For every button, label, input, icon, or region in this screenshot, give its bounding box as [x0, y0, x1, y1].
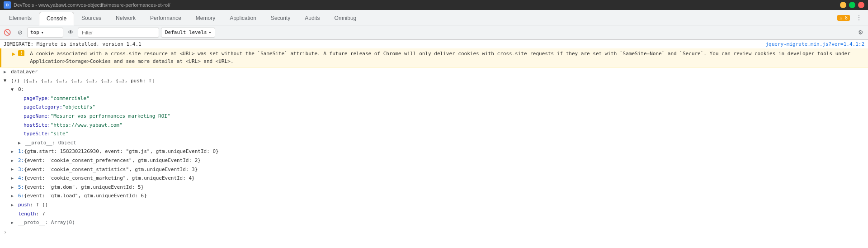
proto-array-arrow[interactable]: ▶ [11, 219, 16, 226]
pagecategory-value: "objectifs" [62, 103, 95, 111]
datalayer-array-label: (7) [{…}, {…}, {…}, {…}, {…}, {…}, {…}, … [11, 77, 155, 85]
datalayer-label-row: ▶ dataLayer [0, 67, 868, 76]
pagename-key: pageName: [24, 112, 51, 120]
log-levels-select[interactable]: Default levels ▾ [161, 28, 215, 38]
push-label: push [18, 201, 30, 209]
clear-console-button[interactable]: 🚫 [2, 27, 13, 38]
tab-memory[interactable]: Memory [189, 11, 222, 25]
samesite-warning-row: ▶ ! A cookie associated with a cross-sit… [0, 48, 868, 67]
item0-label: 0: [18, 86, 24, 94]
item1-idx: 1: [18, 148, 24, 156]
length-value: : 7 [36, 210, 45, 218]
item2-row: ▶ 2: {event: "cookie_consent_preferences… [0, 156, 868, 165]
warning-level-badge: ! [18, 50, 24, 56]
samesite-warning-text: A cookie associated with a cross-site re… [30, 50, 864, 65]
proto-object-arrow[interactable]: ▶ [18, 139, 24, 147]
typesite-value: "site" [51, 130, 69, 138]
tab-audits[interactable]: Audits [297, 11, 327, 25]
devtools-window: D DevTools - www.yabawt.com/vos-objectif… [0, 0, 868, 248]
hostsite-value: "https://www.yabawt.com" [51, 121, 123, 129]
filter-toggle-button[interactable]: ⊘ [14, 27, 25, 38]
proto-array-label: __proto__: Array(0) [18, 219, 75, 227]
devtools-icon: D [4, 1, 11, 9]
pagecategory-key: pageCategory: [24, 103, 62, 111]
datalayer-expand-arrow[interactable]: ▼ [4, 77, 9, 84]
item1-row: ▶ 1: {gtm.start: 1582302126930, event: "… [0, 147, 868, 156]
length-label: length [18, 210, 36, 218]
pagename-row: pageName: "Mesurer vos performances mark… [0, 112, 868, 121]
datalayer-array-row: ▼ (7) [{…}, {…}, {…}, {…}, {…}, {…}, {…}… [0, 76, 868, 86]
proto-object-label: __proto__: Object [25, 139, 76, 147]
pagecategory-row: pageCategory: "objectifs" [0, 103, 868, 112]
tab-performance[interactable]: Performance [143, 11, 189, 25]
item2-idx: 2: [18, 157, 24, 165]
item2-content: {event: "cookie_consent_preferences", gt… [24, 157, 201, 165]
jqmigrate-source-link[interactable]: jquery-migrate.min.js?ver=1.4.1:2 [765, 41, 864, 47]
pagetype-row: pageType: "commerciale" [0, 94, 868, 103]
proto-object-row: ▶ __proto__: Object [0, 138, 868, 148]
settings-button[interactable]: ⋮ [854, 12, 864, 23]
jqmigrate-message-text: JQMIGRATE: Migrate is installed, version… [4, 41, 142, 47]
item3-arrow[interactable]: ▶ [11, 166, 16, 173]
push-arrow[interactable]: ▶ [11, 201, 16, 209]
datalayer-collapse-arrow[interactable]: ▶ [4, 68, 9, 76]
item5-row: ▶ 5: {event: "gtm.dom", gtm.uniqueEventI… [0, 183, 868, 192]
item2-arrow[interactable]: ▶ [11, 157, 16, 164]
pagetype-value: "commerciale" [51, 95, 90, 103]
console-toolbar: 🚫 ⊘ top ▾ 👁 Default levels ▾ ⚙ [0, 25, 868, 40]
item0-row: ▼ 0: [0, 85, 868, 94]
settings-gear-button[interactable]: ⚙ [855, 27, 866, 38]
item4-row: ▶ 4: {event: "cookie_consent_marketing",… [0, 174, 868, 183]
push-value: : f () [30, 201, 48, 209]
item0-expand-arrow[interactable]: ▼ [11, 86, 16, 93]
item3-row: ▶ 3: {event: "cookie_consent_statistics"… [0, 165, 868, 174]
hostsite-key: hostSite: [24, 121, 51, 129]
window-controls [840, 2, 864, 8]
item3-idx: 3: [18, 166, 24, 174]
tab-console[interactable]: Console [39, 12, 74, 25]
tab-omnibug[interactable]: Omnibug [327, 11, 364, 25]
jqmigrate-message-row: JQMIGRATE: Migrate is installed, version… [0, 40, 868, 48]
item4-content: {event: "cookie_consent_marketing", gtm.… [24, 174, 195, 182]
context-select[interactable]: top ▾ [27, 28, 63, 38]
pagetype-key: pageType: [24, 95, 51, 103]
item4-arrow[interactable]: ▶ [11, 175, 16, 182]
item5-arrow[interactable]: ▶ [11, 184, 16, 191]
push-row: ▶ push : f () [0, 200, 868, 210]
tab-security[interactable]: Security [264, 11, 297, 25]
item4-idx: 4: [18, 174, 24, 182]
minimize-button[interactable] [840, 2, 846, 8]
tab-application[interactable]: Application [222, 11, 264, 25]
item6-content: {event: "gtm.load", gtm.uniqueEventId: 6… [24, 192, 147, 200]
typesite-key: typeSite: [24, 130, 51, 138]
inspect-button[interactable]: 👁 [65, 27, 76, 38]
proto-array-row: ▶ __proto__: Array(0) [0, 218, 868, 227]
restore-button[interactable] [849, 2, 855, 8]
console-output: JQMIGRATE: Migrate is installed, version… [0, 40, 868, 248]
tab-sources[interactable]: Sources [74, 11, 108, 25]
hostsite-row: hostSite: "https://www.yabawt.com" [0, 121, 868, 130]
chevron-down-icon-levels: ▾ [209, 30, 211, 35]
warning-triangle-icon: ▶ [12, 51, 15, 57]
tab-elements[interactable]: Elements [2, 11, 39, 25]
datalayer-key: dataLayer [11, 68, 38, 76]
typesite-row: typeSite: "site" [0, 129, 868, 138]
tabs-right-controls: ⚠ 8 ⋮ [837, 12, 868, 25]
warning-badge: ⚠ 8 [837, 15, 850, 21]
close-button[interactable] [858, 2, 864, 8]
item1-content: {gtm.start: 1582302126930, event: "gtm.j… [24, 148, 218, 156]
console-prompt-row: › [0, 227, 868, 237]
length-row: length : 7 [0, 210, 868, 219]
item5-idx: 5: [18, 183, 24, 191]
chevron-down-icon: ▾ [41, 30, 43, 35]
prompt-chevron-icon: › [4, 229, 7, 235]
title-bar-text: DevTools - www.yabawt.com/vos-objectifs/… [14, 2, 840, 8]
title-bar: D DevTools - www.yabawt.com/vos-objectif… [0, 0, 868, 10]
filter-input[interactable] [78, 28, 159, 38]
item5-content: {event: "gtm.dom", gtm.uniqueEventId: 5} [24, 183, 144, 191]
tabs-bar: Elements Console Sources Network Perform… [0, 10, 868, 25]
item3-content: {event: "cookie_consent_statistics", gtm… [24, 166, 198, 174]
item6-arrow[interactable]: ▶ [11, 192, 16, 200]
tab-network[interactable]: Network [108, 11, 143, 25]
item1-arrow[interactable]: ▶ [11, 148, 16, 155]
